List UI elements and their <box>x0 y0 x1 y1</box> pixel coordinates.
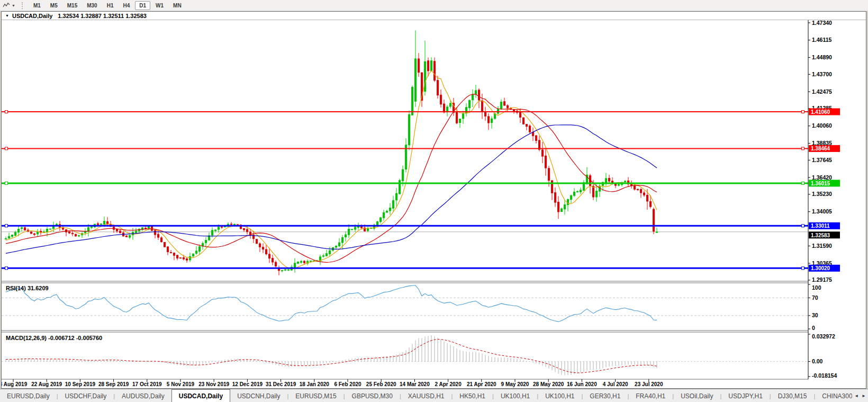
chart-tab-gbpusd-m30[interactable]: GBPUSD,M30 <box>345 389 400 402</box>
candles-layer <box>5 30 658 275</box>
timeframe-button-h1[interactable]: H1 <box>103 1 118 10</box>
line-handle[interactable] <box>802 110 804 113</box>
price-tick-label: 1.35230 <box>812 191 832 197</box>
price-badge-1.32583: 1.32583 <box>809 231 840 238</box>
date-tick-label: 2 Apr 2020 <box>435 381 462 387</box>
price-badge-1.33011: 1.33011 <box>809 222 840 229</box>
chart-tab-fra40-h1[interactable]: FRA40,H1 <box>629 389 672 402</box>
macd-tick-label: 0.00 <box>812 358 823 364</box>
timeframe-button-m1[interactable]: M1 <box>29 1 45 10</box>
svg-text:1.38464: 1.38464 <box>811 146 830 151</box>
svg-text:1.41060: 1.41060 <box>811 109 830 115</box>
dropdown-caret-icon[interactable]: ▼ <box>12 4 15 7</box>
price-badge-1.38464: 1.38464 <box>809 145 840 152</box>
date-tick-label: 12 Dec 2019 <box>232 381 263 387</box>
chart-tab-usoil-daily[interactable]: USOil,Daily <box>674 389 720 402</box>
date-tick-label: 9 May 2020 <box>501 381 529 387</box>
price-tick-label: 1.29175 <box>812 276 832 283</box>
timeframe-button-mn[interactable]: MN <box>169 1 186 10</box>
chart-tab-eurusd-m15[interactable]: EURUSD,M15 <box>288 389 343 402</box>
rsi-tick-label: 0 <box>812 325 815 331</box>
line-handle[interactable] <box>5 225 8 227</box>
date-tick-label: 23 Jul 2020 <box>635 381 663 387</box>
date-tick-label: 16 Jun 2020 <box>567 381 597 387</box>
price-axis[interactable]: 1.473401.461151.448901.437001.424751.412… <box>808 20 840 379</box>
chart-tab-usdjpy-h1[interactable]: USDJPY,H1 <box>721 389 769 402</box>
timeframe-button-m30[interactable]: M30 <box>83 1 101 10</box>
chart-tab-usdcnh-daily[interactable]: USDCNH,Daily <box>230 389 287 402</box>
date-tick-label: 22 Aug 2019 <box>31 381 62 387</box>
timeframe-button-m15[interactable]: M15 <box>63 1 82 10</box>
tab-scroll-controls: ◄ ► <box>852 389 868 402</box>
chart-title-bar: ▼ USDCAD,Daily 1.32534 1.32887 1.32511 1… <box>2 12 866 20</box>
chart-tab-ger30-h1[interactable]: GER30,H1 <box>583 389 627 402</box>
date-tick-label: 4 Jul 2020 <box>603 381 628 387</box>
date-tick-label: 14 Mar 2020 <box>400 381 430 387</box>
price-tick-label: 1.37645 <box>812 157 832 163</box>
date-tick-label: 28 Sep 2019 <box>98 381 129 387</box>
line-handle[interactable] <box>802 182 804 184</box>
chart-canvas[interactable]: RSI(14) 31.6209MACD(12,26,9) -0.006712 -… <box>2 20 866 388</box>
ma-fast-line <box>6 71 657 269</box>
chart-tab-dj30-m15[interactable]: DJ30,M15 <box>771 389 814 402</box>
price-badge-1.36015: 1.36015 <box>809 180 840 186</box>
line-handle[interactable] <box>802 147 804 150</box>
chart-tab-audusd-daily[interactable]: AUDUSD,Daily <box>115 389 171 402</box>
collapse-triangle-icon[interactable]: ▼ <box>5 14 9 17</box>
toolbar-grip-handle[interactable] <box>22 2 24 9</box>
tab-scroll-right-icon[interactable]: ► <box>862 394 866 398</box>
date-tick-label: 25 Feb 2020 <box>366 381 396 387</box>
chart-tab-uk100-h1[interactable]: UK100,H1 <box>494 389 537 402</box>
timeframes-toolbar: ▼ M1M5M15M30H1H4D1W1MN <box>0 0 868 11</box>
hline-1.30020[interactable] <box>2 267 808 270</box>
macd-label: MACD(12,26,9) -0.006712 -0.005760 <box>6 335 102 341</box>
line-handle[interactable] <box>802 267 804 270</box>
ma-slow-line <box>6 125 657 253</box>
price-tick-label: 1.40060 <box>812 122 832 129</box>
chart-tab-eurusd-daily[interactable]: EURUSD,Daily <box>0 389 57 402</box>
price-tick-label: 1.46115 <box>812 37 832 43</box>
hline-1.41060[interactable] <box>2 110 808 113</box>
date-tick-label: 31 Dec 2019 <box>266 381 296 387</box>
chart-tab-uk100-h1[interactable]: UK100,H1 <box>538 389 581 402</box>
ma-medium-line <box>6 94 657 262</box>
timeframe-button-h4[interactable]: H4 <box>119 1 134 10</box>
timeframe-button-w1[interactable]: W1 <box>151 1 168 10</box>
chart-tab-hk50-h1[interactable]: HK50,H1 <box>453 389 492 402</box>
price-tick-label: 1.43700 <box>812 71 832 77</box>
line-handle[interactable] <box>802 225 804 227</box>
svg-text:1.32583: 1.32583 <box>811 233 830 238</box>
rsi-tick-label: 70 <box>812 294 818 301</box>
date-tick-label: 23 Nov 2019 <box>198 381 229 387</box>
timeframe-button-m5[interactable]: M5 <box>46 1 62 10</box>
svg-text:1.36015: 1.36015 <box>811 181 830 186</box>
price-tick-label: 1.44890 <box>812 54 832 60</box>
main-price-panel[interactable] <box>2 30 808 275</box>
macd-signal-line <box>6 340 657 373</box>
line-handle[interactable] <box>5 147 8 150</box>
line-handle[interactable] <box>5 182 8 184</box>
line-handle[interactable] <box>5 110 8 113</box>
chart-tab-xauusd-h1[interactable]: XAUUSD,H1 <box>401 389 451 402</box>
price-tick-label: 1.47340 <box>812 20 832 26</box>
date-tick-label: 5 Nov 2019 <box>167 381 195 387</box>
tab-scroll-left-icon[interactable]: ◄ <box>854 394 858 398</box>
hline-1.33011[interactable] <box>2 225 808 227</box>
price-tick-label: 1.31590 <box>812 243 832 249</box>
date-tick-label: 21 Apr 2020 <box>467 381 496 387</box>
svg-text:1.30020: 1.30020 <box>811 265 830 271</box>
price-tick-label: 1.42475 <box>812 88 832 95</box>
time-axis[interactable]: 3 Aug 201922 Aug 201910 Sep 201928 Sep 2… <box>2 379 663 387</box>
price-badge-1.30020: 1.30020 <box>809 265 840 272</box>
chart-tab-bar: EURUSD,Daily|USDCHF,Daily|AUDUSD,DailyUS… <box>0 389 868 402</box>
line-handle[interactable] <box>5 267 8 270</box>
chart-tab-usdchf-daily[interactable]: USDCHF,Daily <box>58 389 114 402</box>
date-tick-label: 18 Jan 2020 <box>300 381 330 387</box>
chart-tabs: EURUSD,Daily|USDCHF,Daily|AUDUSD,DailyUS… <box>0 389 868 402</box>
price-tick-label: 1.36420 <box>812 174 832 181</box>
chart-tool-icon[interactable]: ▼ <box>3 2 15 8</box>
chart-tab-usdcad-daily[interactable]: USDCAD,Daily <box>171 389 230 402</box>
date-tick-label: 17 Oct 2019 <box>132 381 162 387</box>
timeframe-button-d1[interactable]: D1 <box>135 1 150 10</box>
hline-1.36015[interactable] <box>2 182 808 184</box>
